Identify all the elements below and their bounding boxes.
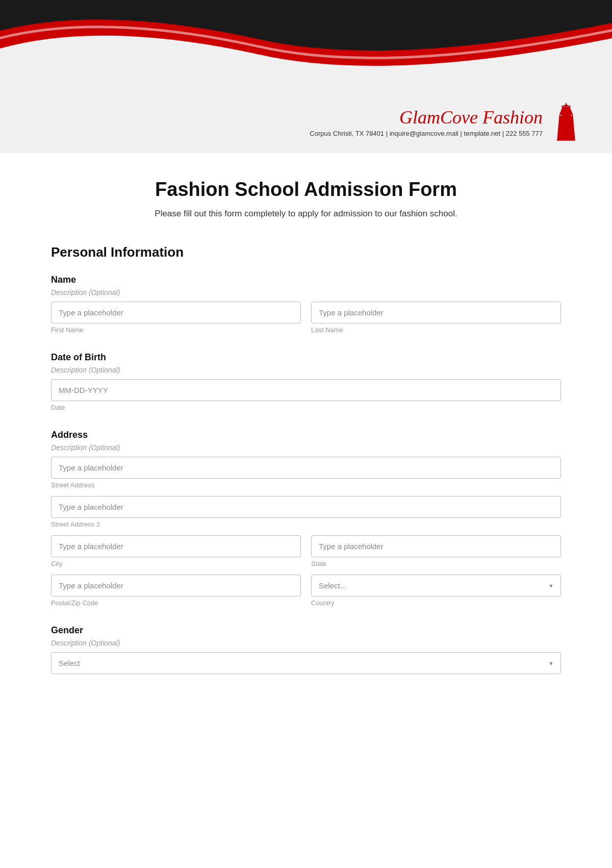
form-container: Fashion School Admission Form Please fil… [0, 153, 612, 868]
last-name-sublabel: Last Name [311, 326, 561, 334]
field-group-name: Name Description (Optional) First Name L… [51, 275, 561, 334]
form-title: Fashion School Admission Form [51, 179, 561, 201]
field-group-address: Address Description (Optional) Street Ad… [51, 430, 561, 607]
zip-sublabel: Postal/Zip Code [51, 599, 301, 607]
dob-label: Date of Birth [51, 352, 561, 363]
address-description: Description (Optional) [51, 443, 561, 452]
field-group-dob: Date of Birth Description (Optional) Dat… [51, 352, 561, 411]
street-address-2-sublabel: Street Address 2 [51, 520, 561, 528]
country-sublabel: Country [311, 599, 561, 607]
brand-name: GlamCove Fashion [310, 108, 543, 128]
gender-select[interactable]: Select Male Female Non-binary Prefer not… [51, 652, 561, 674]
first-name-sublabel: First Name [51, 326, 301, 334]
state-input[interactable] [311, 535, 561, 557]
street-address-2-input[interactable] [51, 496, 561, 518]
gender-label: Gender [51, 625, 561, 636]
zip-input[interactable] [51, 575, 301, 597]
name-description: Description (Optional) [51, 288, 561, 296]
logo-area: GlamCove Fashion Corpus Christi, TX 7840… [0, 92, 612, 153]
field-group-gender: Gender Description (Optional) Select Mal… [51, 625, 561, 674]
name-label: Name [51, 275, 561, 285]
dress-icon [551, 102, 581, 143]
form-subtitle: Please fill out this form completely to … [51, 209, 561, 219]
last-name-input[interactable] [311, 302, 561, 324]
country-select[interactable]: Select... United States Canada United Ki… [311, 575, 561, 597]
header-banner [0, 0, 612, 92]
street-address-1-sublabel: Street Address [51, 481, 561, 489]
date-input[interactable] [51, 379, 561, 401]
city-sublabel: City [51, 560, 301, 567]
city-input[interactable] [51, 535, 301, 557]
gender-description: Description (Optional) [51, 639, 561, 647]
date-sublabel: Date [51, 404, 561, 411]
section-personal-information: Personal Information [51, 244, 561, 260]
state-sublabel: State [311, 560, 561, 567]
dob-description: Description (Optional) [51, 366, 561, 374]
svg-point-2 [565, 104, 567, 107]
street-address-1-input[interactable] [51, 457, 561, 479]
first-name-input[interactable] [51, 302, 301, 324]
contact-info: Corpus Christi, TX 78401 | inquire@glamc… [310, 130, 543, 137]
address-label: Address [51, 430, 561, 440]
